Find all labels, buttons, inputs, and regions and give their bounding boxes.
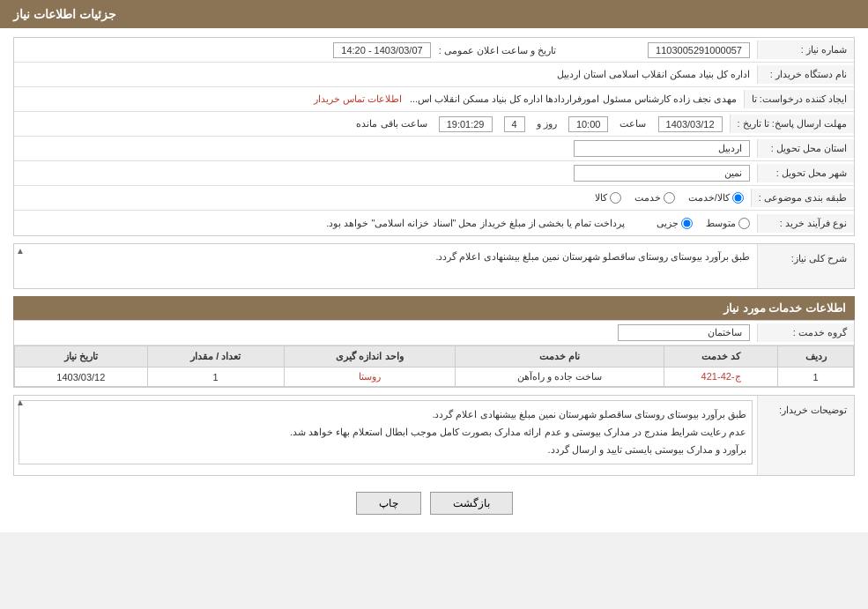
category-option-khedmat[interactable]: خدمت xyxy=(634,192,675,204)
table-header-row: ردیف کد خدمت نام خدمت واحد اندازه گیری ت… xyxy=(15,346,854,368)
col-unit: واحد اندازه گیری xyxy=(284,346,456,368)
col-row-num: ردیف xyxy=(778,346,854,368)
services-table-container: ردیف کد خدمت نام خدمت واحد اندازه گیری ت… xyxy=(14,345,854,387)
buyer-org-row: نام دستگاه خریدار : اداره کل بنیاد مسکن … xyxy=(14,63,854,87)
city-badge: نمین xyxy=(574,165,750,182)
buyer-notes-section: توضیحات خریدار: طبق برآورد بیوستای روستا… xyxy=(13,395,855,476)
datetime-value: 1403/03/07 - 14:20 xyxy=(333,42,430,58)
need-number-row: شماره نیاز : 1103005291000057 تاریخ و سا… xyxy=(14,38,854,63)
purchase-type-label: نوع فرآیند خرید : xyxy=(757,214,854,233)
cell-row-num: 1 xyxy=(778,368,854,387)
purchase-type-value: متوسط جزیی پرداخت تمام یا بخشی از مبلغ خ… xyxy=(14,214,757,233)
need-number-label: شماره نیاز : xyxy=(757,41,854,59)
cell-service-name: ساخت جاده و راه‌آهن xyxy=(456,368,664,387)
cell-date: 1403/03/12 xyxy=(15,368,148,387)
category-label: طبقه بندی موضوعی : xyxy=(751,189,854,207)
deadline-days: 4 xyxy=(504,116,525,132)
city-label: شهر محل تحویل : xyxy=(757,164,854,182)
city-row: شهر محل تحویل : نمین xyxy=(14,161,854,186)
purchase-type-row: نوع فرآیند خرید : متوسط جزیی پرداخت تمام… xyxy=(14,211,854,235)
category-option-kala[interactable]: کالا xyxy=(595,192,621,204)
category-option-kala-khedmat[interactable]: کالا/خدمت xyxy=(688,192,744,204)
creator-value: مهدی نجف زاده کارشناس مسئول امورفرارداده… xyxy=(14,90,744,108)
need-description-section: شرح کلی نیاز: طبق برآورد بیوستای روستای … xyxy=(13,243,855,289)
deadline-date: 1403/03/12 xyxy=(658,116,723,132)
page-title: جزئیات اطلاعات نیاز xyxy=(13,7,116,21)
cell-quantity: 1 xyxy=(147,368,284,387)
scroll-up-arrow[interactable]: ▲ xyxy=(16,246,25,256)
creator-label: ایجاد کننده درخواست: تا xyxy=(744,90,854,108)
print-button[interactable]: چاپ xyxy=(356,492,421,515)
time-label: ساعت xyxy=(619,118,646,130)
province-value: اردبیل xyxy=(14,137,757,160)
back-button[interactable]: بازگشت xyxy=(430,492,513,515)
deadline-label: مهلت ارسال پاسخ: تا تاریخ : xyxy=(730,115,854,133)
col-date: تاریخ نیاز xyxy=(15,346,148,368)
deadline-value: 1403/03/12 ساعت 10:00 روز و 4 19:01:29 س… xyxy=(14,113,730,136)
services-section: گروه خدمت : ساختمان ردیف کد خدمت نام خدم… xyxy=(13,320,855,388)
remaining-label: ساعت باقی مانده xyxy=(356,118,427,130)
category-value: کالا/خدمت خدمت کالا xyxy=(14,189,751,207)
deadline-time: 10:00 xyxy=(568,116,609,132)
services-table: ردیف کد خدمت نام خدمت واحد اندازه گیری ت… xyxy=(14,345,854,387)
province-badge: اردبیل xyxy=(574,140,750,157)
service-group-row: گروه خدمت : ساختمان xyxy=(14,321,854,345)
buyer-org-value: اداره کل بنیاد مسکن انقلاب اسلامی استان … xyxy=(14,65,757,84)
purchase-type-option-jozi[interactable]: جزیی xyxy=(657,218,693,229)
province-row: استان محل تحویل : اردبیل xyxy=(14,137,854,161)
table-row: 1 ج-42-421 ساخت جاده و راه‌آهن روستا 1 1… xyxy=(15,368,854,387)
need-description-label: شرح کلی نیاز: xyxy=(757,244,854,288)
creator-row: ایجاد کننده درخواست: تا مهدی نجف زاده کا… xyxy=(14,87,854,112)
need-number-badge: 1103005291000057 xyxy=(648,42,750,58)
col-quantity: تعداد / مقدار xyxy=(147,346,284,368)
days-label: روز و xyxy=(537,118,557,130)
need-description-text: طبق برآورد بیوستای روستای ساقصلو شهرستان… xyxy=(14,244,757,270)
page-header: جزئیات اطلاعات نیاز xyxy=(0,0,868,28)
service-group-label: گروه خدمت : xyxy=(757,323,854,342)
deadline-row: مهلت ارسال پاسخ: تا تاریخ : 1403/03/12 س… xyxy=(14,112,854,137)
need-description-content: طبق برآورد بیوستای روستای ساقصلو شهرستان… xyxy=(14,244,757,270)
buyer-notes-text: طبق برآورد بیوستای روستای ساقصلو شهرستان… xyxy=(19,400,753,464)
need-number-value: 1103005291000057 تاریخ و ساعت اعلان عموم… xyxy=(14,39,757,62)
main-info-section: شماره نیاز : 1103005291000057 تاریخ و سا… xyxy=(13,37,855,236)
services-section-title: اطلاعات خدمات مورد نیاز xyxy=(13,296,855,320)
datetime-label: تاریخ و ساعت اعلان عمومی : xyxy=(439,45,556,56)
button-bar: بازگشت چاپ xyxy=(13,483,855,524)
creator-contact-link[interactable]: اطلاعات تماس خریدار xyxy=(314,93,402,104)
city-value: نمین xyxy=(14,161,757,185)
buyer-notes-label: توضیحات خریدار: xyxy=(757,396,854,475)
service-group-value: ساختمان xyxy=(14,321,757,345)
cell-service-code: ج-42-421 xyxy=(664,368,777,387)
deadline-remaining: 19:01:29 xyxy=(439,116,493,132)
page-container: جزئیات اطلاعات نیاز شماره نیاز : 1103005… xyxy=(0,0,868,532)
content-area: شماره نیاز : 1103005291000057 تاریخ و سا… xyxy=(0,28,868,532)
category-row: طبقه بندی موضوعی : کالا/خدمت خدمت کالا xyxy=(14,186,854,211)
service-group-badge: ساختمان xyxy=(618,324,750,341)
cell-unit: روستا xyxy=(284,368,456,387)
notes-scroll-arrow[interactable]: ▲ xyxy=(16,397,25,407)
col-service-code: کد خدمت xyxy=(664,346,777,368)
col-service-name: نام خدمت xyxy=(456,346,664,368)
purchase-type-note: پرداخت تمام یا بخشی از مبلغ خریداز محل "… xyxy=(326,218,625,229)
buyer-notes-content: طبق برآورد بیوستای روستای ساقصلو شهرستان… xyxy=(14,396,757,469)
province-label: استان محل تحویل : xyxy=(757,139,854,158)
purchase-type-option-motavaset[interactable]: متوسط xyxy=(706,218,750,229)
buyer-org-label: نام دستگاه خریدار : xyxy=(757,65,854,84)
